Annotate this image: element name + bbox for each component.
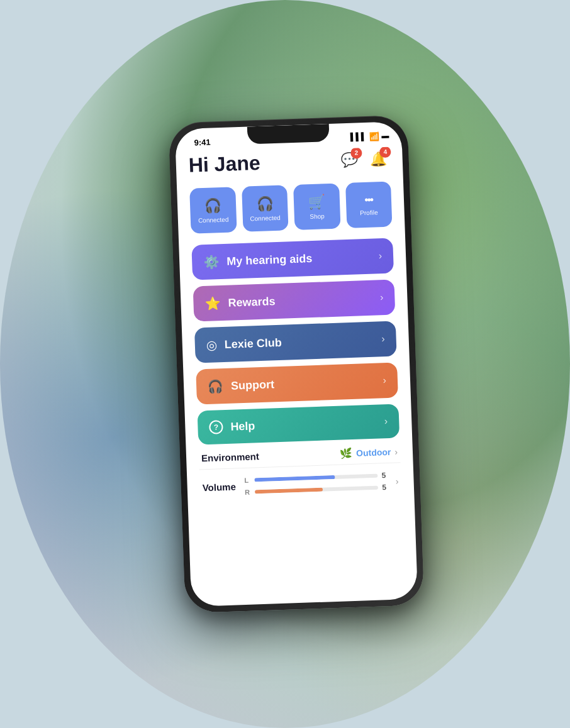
messages-badge: 2 (350, 147, 362, 159)
volume-right-side-label: R (245, 488, 251, 496)
volume-sliders: L 5 R 5 (244, 471, 389, 497)
support-menu-item[interactable]: 🎧 Support › (196, 362, 398, 404)
environment-value: Outdoor (356, 446, 391, 458)
volume-right-value: 5 (382, 483, 389, 492)
rewards-icon: ⭐ (204, 295, 221, 311)
device-right-button[interactable]: 🎧 Connected (242, 185, 289, 231)
hearing-aid-right-icon: 🎧 (256, 196, 274, 212)
menu-list: ⚙️ My hearing aids › ⭐ Rewards › (191, 238, 400, 445)
lexie-club-left: ◎ Lexie Club (206, 335, 282, 353)
lexie-club-icon: ◎ (206, 337, 218, 353)
volume-right-track[interactable] (255, 486, 378, 494)
hearing-aids-icon: ⚙️ (203, 254, 220, 270)
header-icons: 💬 2 🔔 4 (338, 147, 390, 172)
shop-icon: 🛒 (308, 194, 325, 211)
volume-left-row: L 5 (244, 471, 389, 485)
phone-screen: 9:41 ▌▌▌ 📶 ▬ Hi Jane 💬 (175, 121, 418, 607)
rewards-menu-item[interactable]: ⭐ Rewards › (193, 279, 396, 321)
hearing-aids-chevron: › (379, 250, 383, 262)
rewards-chevron: › (380, 292, 384, 303)
help-left: ? Help (209, 419, 255, 434)
device-right-label: Connected (250, 214, 281, 222)
lexie-club-chevron: › (381, 333, 385, 345)
volume-chevron: › (396, 476, 399, 486)
devices-row: 🎧 Connected 🎧 Connected 🛒 Shop ••• (189, 182, 392, 234)
lexie-club-menu-item[interactable]: ◎ Lexie Club › (194, 321, 397, 363)
help-icon: ? (209, 420, 223, 434)
support-left: 🎧 Support (208, 377, 275, 394)
help-chevron: › (384, 416, 388, 427)
device-left-button[interactable]: 🎧 Connected (189, 187, 237, 233)
app-content: Hi Jane 💬 2 🔔 4 (176, 146, 418, 607)
profile-icon: ••• (364, 194, 373, 207)
volume-left-value: 5 (381, 471, 389, 480)
signal-icon: ▌▌▌ (350, 132, 367, 141)
environment-label: Environment (201, 451, 259, 463)
shop-label: Shop (310, 212, 325, 220)
volume-left-side-label: L (244, 477, 250, 484)
phone-outer: 9:41 ▌▌▌ 📶 ▬ Hi Jane 💬 (169, 115, 425, 614)
environment-chevron: › (394, 446, 398, 456)
support-chevron: › (383, 375, 386, 386)
notifications-badge: 4 (379, 146, 391, 158)
rewards-label: Rewards (228, 295, 276, 310)
wifi-icon: 📶 (369, 131, 379, 141)
profile-button[interactable]: ••• Profile (345, 182, 393, 228)
phone-notch (247, 124, 330, 145)
support-label: Support (231, 378, 275, 392)
phone-wrapper: 9:41 ▌▌▌ 📶 ▬ Hi Jane 💬 (169, 115, 425, 614)
support-icon: 🎧 (208, 378, 224, 394)
environment-icon: 🌿 (340, 447, 353, 460)
hearing-aids-menu-item[interactable]: ⚙️ My hearing aids › (191, 238, 394, 280)
scene: 9:41 ▌▌▌ 📶 ▬ Hi Jane 💬 (0, 0, 570, 728)
volume-right-fill (255, 488, 323, 494)
status-time: 9:41 (194, 137, 211, 147)
hearing-aids-label: My hearing aids (226, 252, 313, 268)
volume-row[interactable]: Volume L 5 R (199, 463, 402, 503)
status-icons: ▌▌▌ 📶 ▬ (350, 131, 389, 141)
notifications-button[interactable]: 🔔 4 (367, 147, 390, 170)
volume-right-row: R 5 (245, 483, 390, 497)
device-left-label: Connected (198, 216, 229, 224)
volume-left-fill (254, 475, 335, 482)
lexie-club-label: Lexie Club (225, 336, 282, 351)
messages-button[interactable]: 💬 2 (338, 148, 361, 172)
help-menu-item[interactable]: ? Help › (198, 404, 400, 444)
rewards-left: ⭐ Rewards (204, 294, 276, 311)
shop-button[interactable]: 🛒 Shop (293, 183, 340, 229)
profile-label: Profile (360, 209, 378, 216)
greeting-text: Hi Jane (188, 152, 260, 177)
battery-icon: ▬ (381, 131, 389, 140)
volume-label: Volume (203, 481, 237, 493)
volume-left-track[interactable] (254, 474, 377, 482)
help-label: Help (230, 419, 255, 433)
hearing-aids-left: ⚙️ My hearing aids (203, 251, 313, 270)
environment-right: 🌿 Outdoor › (340, 445, 398, 459)
hearing-aid-left-icon: 🎧 (204, 197, 222, 214)
